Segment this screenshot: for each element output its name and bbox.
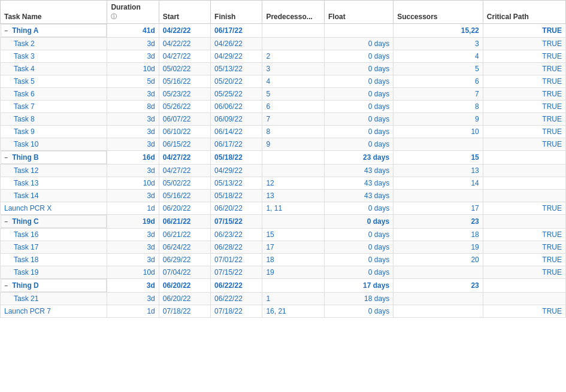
cell-predecessor: 1, 11 [262,202,325,215]
table-row: Task 123d04/27/2204/29/2243 days13 [1,165,566,177]
cell-critical-path: TRUE [483,254,565,266]
table-header-row: Task Name Duration ⓘ Start Finish Predec… [1,1,566,24]
cell-predecessor: 18 [262,254,325,266]
table-row: Task 1910d07/04/2207/15/22190 daysTRUE [1,266,566,279]
cell-critical-path: TRUE [483,266,565,279]
cell-critical-path [483,293,565,305]
cell-duration: 19d [107,215,159,229]
table-row: Task 1310d05/02/2205/13/221243 days14 [1,177,566,190]
cell-float: 0 days [325,75,394,88]
cell-successors: 17 [394,202,483,215]
cell-successors: 6 [394,75,483,88]
cell-critical-path: TRUE [483,202,565,215]
cell-start: 04/27/22 [159,151,210,165]
cell-duration: 3d [107,165,159,177]
cell-float: 0 days [325,88,394,101]
cell-duration: 3d [107,88,159,101]
cell-duration: 3d [107,38,159,50]
cell-successors: 23 [394,279,483,293]
cell-start: 06/21/22 [159,215,210,229]
cell-start: 06/20/22 [159,293,210,305]
table-row: Task 143d05/16/2205/18/221343 days [1,190,566,202]
cell-task-name: − Thing D [1,279,107,292]
cell-predecessor [262,151,325,165]
cell-float: 0 days [325,138,394,151]
cell-predecessor: 15 [262,229,325,241]
cell-float: 18 days [325,293,394,305]
cell-task-name: Task 7 [1,101,107,113]
cell-duration: 3d [107,241,159,254]
cell-successors: 14 [394,177,483,190]
cell-critical-path: TRUE [483,63,565,75]
main-table-container: Task Name Duration ⓘ Start Finish Predec… [0,0,566,318]
header-duration: Duration ⓘ [107,1,159,24]
cell-start: 05/16/22 [159,75,210,88]
cell-task-name: Task 13 [1,177,107,190]
collapse-icon[interactable]: − [5,282,10,289]
cell-start: 04/22/22 [159,38,210,50]
cell-float: 23 days [325,151,394,165]
cell-start: 06/20/22 [159,279,210,293]
cell-finish: 06/17/22 [211,24,262,38]
cell-critical-path: TRUE [483,229,565,241]
cell-finish: 05/25/22 [211,88,262,101]
cell-float: 0 days [325,241,394,254]
cell-start: 06/20/22 [159,202,210,215]
cell-successors: 23 [394,215,483,229]
cell-duration: 3d [107,190,159,202]
cell-successors: 15 [394,151,483,165]
cell-finish: 04/29/22 [211,165,262,177]
cell-task-name: Launch PCR 7 [1,305,107,318]
collapse-icon[interactable]: − [5,218,10,225]
cell-float: 43 days [325,177,394,190]
cell-predecessor: 6 [262,101,325,113]
collapse-icon[interactable]: − [5,154,10,161]
table-row: Task 23d04/22/2204/26/220 days3TRUE [1,38,566,50]
cell-successors: 15,22 [394,24,483,38]
cell-task-name: Task 10 [1,138,107,151]
cell-critical-path: TRUE [483,88,565,101]
cell-float: 43 days [325,165,394,177]
cell-task-name: Task 8 [1,113,107,126]
cell-task-name: Task 6 [1,88,107,101]
cell-critical-path: TRUE [483,126,565,138]
table-row: Launch PCR X1d06/20/2206/20/221, 110 day… [1,202,566,215]
cell-finish: 06/09/22 [211,113,262,126]
cell-duration: 3d [107,254,159,266]
cell-float: 0 days [325,38,394,50]
cell-duration: 1d [107,305,159,318]
cell-task-name: Task 18 [1,254,107,266]
cell-finish: 07/18/22 [211,305,262,318]
cell-finish: 04/29/22 [211,50,262,63]
cell-task-name: Task 9 [1,126,107,138]
cell-task-name: − Thing C [1,215,107,228]
cell-task-name: Task 14 [1,190,107,202]
cell-successors: 3 [394,38,483,50]
cell-duration: 10d [107,266,159,279]
cell-start: 05/23/22 [159,88,210,101]
cell-duration: 3d [107,279,159,293]
cell-critical-path [483,190,565,202]
cell-task-name: Task 5 [1,75,107,88]
cell-duration: 3d [107,293,159,305]
cell-predecessor [262,38,325,50]
cell-predecessor: 2 [262,50,325,63]
cell-duration: 3d [107,126,159,138]
collapse-icon[interactable]: − [5,28,10,34]
cell-start: 06/07/22 [159,113,210,126]
cell-predecessor [262,165,325,177]
cell-duration: 41d [107,24,159,38]
cell-successors: 20 [394,254,483,266]
cell-predecessor: 7 [262,113,325,126]
cell-predecessor: 13 [262,190,325,202]
cell-duration: 10d [107,177,159,190]
cell-finish: 05/13/22 [211,63,262,75]
cell-successors: 4 [394,50,483,63]
cell-duration: 3d [107,229,159,241]
cell-finish: 06/23/22 [211,229,262,241]
cell-task-name: Task 3 [1,50,107,63]
table-row: − Thing B16d04/27/2205/18/2223 days15 [1,151,566,165]
cell-float [325,24,394,38]
cell-predecessor [262,24,325,38]
cell-finish: 05/18/22 [211,190,262,202]
